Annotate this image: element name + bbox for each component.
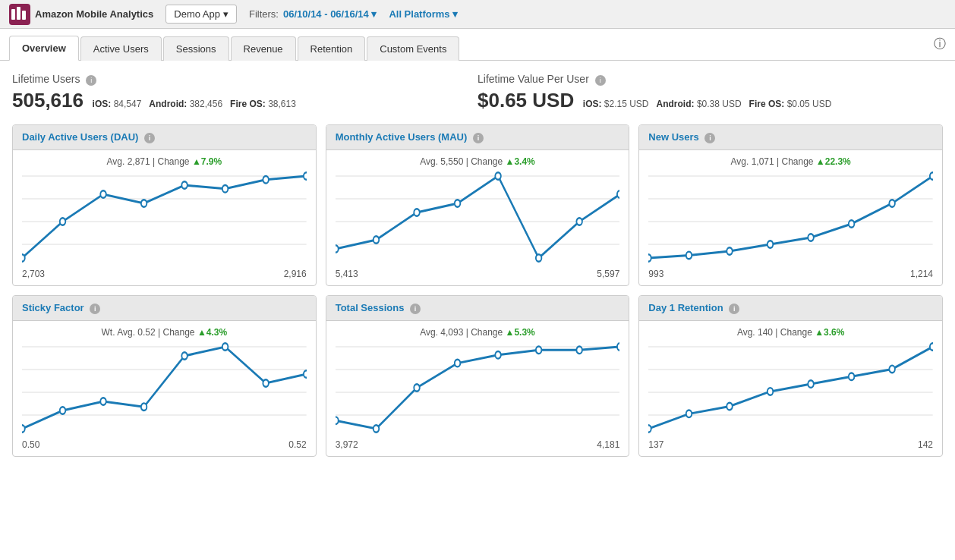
lv-android-value: $0.38 USD — [697, 99, 742, 109]
svg-point-67 — [576, 347, 582, 354]
card-title-mau: Monthly Active Users (MAU) — [336, 131, 468, 143]
svg-point-65 — [495, 351, 500, 359]
svg-point-63 — [414, 384, 419, 392]
card-info-sticky[interactable]: i — [90, 304, 100, 314]
card-body-sticky: Wt. Avg. 0.52 | Change ▲4.3% — [13, 321, 316, 436]
chart-mau — [336, 171, 620, 263]
lifetime-value-row: $0.65 USD iOS: $2.15 USD Android: $0.38 … — [478, 89, 943, 112]
svg-point-36 — [686, 252, 692, 260]
svg-point-48 — [22, 425, 25, 433]
help-icon[interactable]: ⓘ — [934, 36, 946, 52]
svg-point-62 — [373, 425, 378, 433]
svg-point-49 — [60, 407, 65, 414]
chart-sessions — [336, 342, 620, 433]
svg-point-40 — [849, 220, 854, 228]
card-right-value-sticky: 0.52 — [288, 439, 306, 450]
lv-fireos-value: $0.05 USD — [787, 99, 832, 109]
card-title-new-users: New Users — [648, 131, 698, 143]
chart-svg-sticky — [22, 342, 307, 433]
card-stat-text-mau: Avg. 5,550 | Change — [420, 156, 503, 167]
card-change-dau: ▲7.9% — [192, 156, 222, 167]
svg-point-50 — [100, 398, 106, 405]
card-footer-sticky: 0.50 0.52 — [13, 436, 316, 456]
chart-sticky — [22, 342, 307, 433]
chart-svg-retention — [648, 342, 933, 433]
android-value: 382,456 — [190, 99, 222, 109]
card-header-dau: Daily Active Users (DAU) i — [13, 125, 316, 150]
svg-point-61 — [336, 417, 339, 424]
lv-ios-label: iOS: — [583, 99, 602, 109]
card-change-new-users: ▲22.3% — [816, 156, 851, 167]
card-info-mau[interactable]: i — [473, 133, 484, 143]
svg-point-80 — [890, 366, 895, 373]
lifetime-value-breakdown: iOS: $2.15 USD Android: $0.38 USD Fire O… — [583, 99, 832, 109]
svg-point-23 — [373, 236, 378, 244]
card-left-value-retention: 137 — [648, 439, 663, 450]
svg-point-27 — [536, 254, 541, 262]
svg-point-55 — [304, 370, 307, 378]
svg-point-10 — [60, 218, 65, 225]
lifetime-value-info[interactable]: i — [595, 75, 606, 86]
platforms-filter[interactable]: All Platforms ▾ — [389, 8, 458, 20]
svg-point-28 — [576, 218, 582, 225]
date-range-filter[interactable]: 06/10/14 - 06/16/14 ▾ — [283, 8, 377, 20]
card-stats-mau: Avg. 5,550 | Change ▲3.4% — [336, 156, 620, 167]
tab-revenue[interactable]: Revenue — [231, 36, 296, 61]
card-body-sessions: Avg. 4,093 | Change ▲5.3% — [326, 321, 629, 436]
tab-active-users[interactable]: Active Users — [80, 36, 162, 61]
lifetime-users-info[interactable]: i — [86, 75, 96, 86]
card-title-sessions: Total Sessions — [336, 302, 405, 313]
svg-point-77 — [767, 388, 773, 395]
main-content: Lifetime Users i 505,616 iOS: 84,547 And… — [0, 61, 955, 560]
card-info-new-users[interactable]: i — [704, 133, 715, 143]
card-left-value-new-users: 993 — [648, 269, 663, 279]
svg-point-53 — [222, 343, 228, 351]
card-body-dau: Avg. 2,871 | Change ▲7.9% — [13, 150, 316, 266]
svg-point-29 — [617, 190, 620, 198]
svg-rect-1 — [11, 9, 15, 20]
lv-fireos-label: Fire OS: — [749, 99, 785, 109]
card-header-mau: Monthly Active Users (MAU) i — [326, 125, 629, 150]
tab-overview[interactable]: Overview — [9, 36, 79, 61]
tab-sessions[interactable]: Sessions — [163, 36, 229, 61]
tab-custom-events[interactable]: Custom Events — [367, 36, 459, 61]
card-body-new-users: Avg. 1,071 | Change ▲22.3% — [639, 150, 942, 266]
card-stats-sessions: Avg. 4,093 | Change ▲5.3% — [336, 327, 620, 338]
card-title-dau: Daily Active Users (DAU) — [22, 131, 138, 143]
app-selector[interactable]: Demo App ▾ — [165, 5, 237, 24]
svg-point-64 — [454, 360, 459, 367]
card-title-sticky: Sticky Factor — [22, 302, 84, 313]
filters-label: Filters: — [249, 8, 279, 20]
card-left-value-mau: 5,413 — [336, 269, 358, 279]
svg-point-12 — [141, 200, 147, 207]
lifetime-users-row: 505,616 iOS: 84,547 Android: 382,456 Fir… — [12, 89, 478, 112]
card-info-sessions[interactable]: i — [410, 304, 421, 314]
card-retention: Day 1 Retention i Avg. 140 | Change ▲3.6… — [638, 295, 943, 457]
ios-label: iOS: — [93, 99, 112, 109]
lifetime-value-amount: $0.65 USD — [478, 89, 574, 112]
card-right-value-sessions: 4,181 — [597, 439, 619, 450]
card-stat-text-new-users: Avg. 1,071 | Change — [731, 156, 814, 167]
svg-point-24 — [414, 209, 419, 216]
card-info-dau[interactable]: i — [144, 133, 155, 143]
app-name-label: Amazon Mobile Analytics — [35, 8, 153, 20]
svg-point-68 — [617, 343, 620, 351]
svg-point-25 — [454, 200, 459, 207]
svg-point-26 — [495, 172, 500, 180]
svg-point-42 — [930, 172, 933, 180]
card-stats-dau: Avg. 2,871 | Change ▲7.9% — [22, 156, 307, 167]
ama-logo-icon — [9, 4, 30, 25]
card-info-retention[interactable]: i — [729, 304, 739, 314]
card-body-retention: Avg. 140 | Change ▲3.6% — [639, 321, 942, 436]
svg-point-75 — [686, 411, 692, 418]
card-sticky: Sticky Factor i Wt. Avg. 0.52 | Change ▲… — [12, 295, 317, 457]
card-stats-sticky: Wt. Avg. 0.52 | Change ▲4.3% — [22, 327, 307, 338]
card-left-value-sticky: 0.50 — [22, 439, 39, 450]
tab-retention[interactable]: Retention — [298, 36, 366, 61]
svg-point-11 — [100, 190, 106, 198]
card-right-value-mau: 5,597 — [597, 269, 619, 279]
svg-point-22 — [336, 245, 339, 253]
svg-point-41 — [890, 200, 895, 207]
svg-rect-3 — [22, 11, 26, 20]
card-footer-sessions: 3,972 4,181 — [326, 436, 629, 456]
